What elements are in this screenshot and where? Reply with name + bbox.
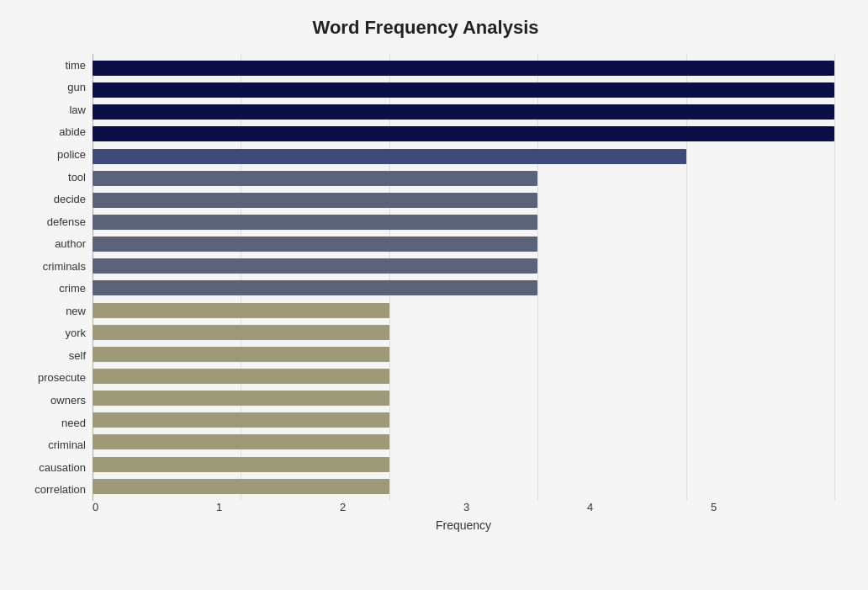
bar [93, 347, 389, 362]
bar-row [93, 323, 834, 342]
bar-row [93, 147, 834, 166]
bar-row [93, 389, 834, 407]
bar-row [93, 455, 834, 474]
bar [93, 82, 834, 98]
bar-row [93, 81, 834, 99]
bar [93, 412, 389, 428]
chart-plot-area [93, 54, 834, 501]
y-label: new [66, 306, 86, 316]
y-label: abide [59, 126, 86, 137]
y-label: decide [54, 194, 86, 205]
bar [93, 457, 389, 472]
bar [93, 149, 686, 164]
bar-row [93, 411, 834, 429]
bar-row [93, 477, 834, 496]
y-label: gun [67, 82, 86, 93]
bar-row [93, 191, 834, 210]
bar [93, 215, 537, 230]
chart-container: Word Frequency Analysis timegunlawabidep… [0, 0, 868, 590]
bar [93, 391, 389, 406]
bar-row [93, 125, 834, 143]
y-label: law [69, 104, 86, 115]
x-axis-label: Frequency [93, 518, 834, 532]
bar [93, 61, 834, 76]
bar-row [93, 235, 834, 253]
x-tick: 2 [340, 501, 463, 513]
bar-row [93, 433, 834, 451]
y-label: owners [50, 395, 86, 406]
y-label: author [55, 238, 86, 249]
y-axis-labels: timegunlawabidepolicetooldecidedefenseau… [17, 54, 93, 501]
bar [93, 434, 389, 449]
y-label: police [57, 149, 86, 160]
bar [93, 237, 537, 252]
bar [93, 479, 389, 494]
chart-title: Word Frequency Analysis [17, 17, 834, 39]
bar-row [93, 279, 834, 297]
y-label: prosecute [38, 372, 86, 383]
bar [93, 280, 537, 295]
y-label: criminal [48, 439, 86, 450]
bar-row [93, 257, 834, 275]
x-tick: 0 [93, 501, 216, 513]
bar [93, 369, 389, 384]
bar [93, 126, 834, 141]
bar [93, 171, 537, 186]
bar-row [93, 213, 834, 231]
x-tick: 1 [216, 501, 340, 513]
bar [93, 104, 834, 120]
y-label: need [61, 417, 86, 428]
bar-row [93, 59, 834, 77]
bar [93, 325, 389, 340]
bar [93, 303, 389, 318]
bar [93, 258, 537, 274]
bar-row [93, 103, 834, 121]
x-tick: 4 [587, 501, 711, 513]
bar [93, 193, 537, 208]
x-tick: 3 [463, 501, 587, 513]
y-label: york [65, 327, 86, 338]
bar-row [93, 367, 834, 385]
y-label: defense [47, 216, 86, 227]
bar-row [93, 345, 834, 364]
y-label: tool [68, 172, 86, 183]
y-label: time [65, 60, 86, 71]
bar-row [93, 301, 834, 320]
x-tick: 5 [711, 501, 834, 513]
y-label: self [69, 350, 86, 361]
y-label: causation [39, 462, 86, 473]
x-axis: 012345 Frequency [93, 501, 834, 532]
y-label: criminals [43, 261, 86, 272]
y-label: crime [59, 283, 86, 294]
grid-line [834, 54, 835, 501]
y-label: correlation [34, 484, 86, 495]
bar-row [93, 169, 834, 188]
